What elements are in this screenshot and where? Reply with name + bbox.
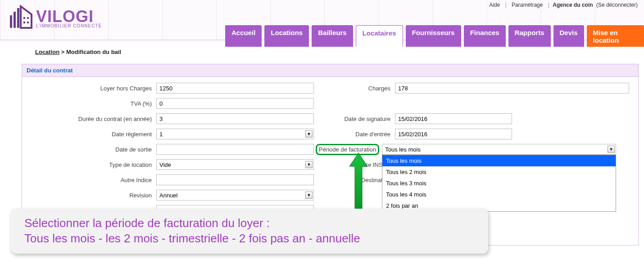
date-reglement-select[interactable]: 1 ▼ bbox=[156, 129, 314, 139]
svg-rect-5 bbox=[23, 22, 25, 23]
separator: | bbox=[505, 2, 507, 8]
date-sortie-label: Date de sortie bbox=[27, 146, 156, 153]
periode-label: Période de facturation bbox=[319, 146, 376, 153]
tab-locataires[interactable]: Locataires bbox=[356, 25, 403, 47]
type-location-value: Vide bbox=[159, 161, 171, 168]
duree-label: Durée du contrat (en année) bbox=[27, 116, 156, 122]
tab-fournisseurs[interactable]: Fournisseurs bbox=[406, 25, 461, 47]
type-location-select[interactable]: Vide ▼ bbox=[156, 159, 314, 170]
tab-devis[interactable]: Devis bbox=[553, 25, 584, 47]
revision-value: Annuel bbox=[159, 192, 177, 199]
date-entree-input[interactable] bbox=[395, 129, 512, 139]
type-location-label: Type de location bbox=[27, 161, 156, 168]
svg-rect-3 bbox=[23, 17, 25, 19]
tab-bailleurs[interactable]: Bailleurs bbox=[312, 25, 353, 47]
duree-input[interactable] bbox=[156, 113, 314, 124]
periode-highlight: Période de facturation bbox=[316, 144, 379, 155]
instruction-line1: Sélectionner la période de facturation d… bbox=[24, 216, 475, 231]
revision-select[interactable]: Annuel ▼ bbox=[156, 190, 314, 201]
periode-option[interactable]: Tous les 2 mois bbox=[382, 166, 616, 178]
date-entree-label: Date d'entrée bbox=[316, 131, 395, 138]
breadcrumb-sep: > bbox=[61, 49, 65, 55]
autre-indice-label: Autre Indice bbox=[27, 177, 156, 183]
instruction-callout: Sélectionner la période de facturation d… bbox=[11, 209, 488, 254]
chevron-down-icon: ▼ bbox=[305, 161, 313, 168]
loyer-label: Loyer hors Charges bbox=[27, 85, 156, 92]
periode-option[interactable]: Tous les 3 mois bbox=[382, 178, 616, 189]
logo-tagline: L'IMMOBILIER CONNECTÉ bbox=[36, 23, 102, 28]
tab-rapports[interactable]: Rapports bbox=[508, 25, 551, 47]
tva-label: TVA (%) bbox=[27, 100, 156, 107]
loyer-input[interactable] bbox=[156, 83, 314, 94]
charges-label: Charges bbox=[316, 85, 395, 92]
breadcrumb: Location > Modification du bail bbox=[35, 49, 121, 55]
breadcrumb-current: Modification du bail bbox=[66, 49, 121, 55]
periode-select[interactable]: Tous les mois ▼ bbox=[382, 144, 616, 155]
topbar: Aide | Paramétrage | Agence du coin (Se … bbox=[487, 2, 639, 8]
tab-locations[interactable]: Locations bbox=[264, 25, 309, 47]
tva-input[interactable] bbox=[156, 98, 314, 109]
date-signature-label: Date de signature bbox=[316, 116, 395, 122]
logo: VILOGI L'IMMOBILIER CONNECTÉ bbox=[6, 4, 102, 32]
instruction-line2: Tous les mois - les 2 mois - trimestriel… bbox=[24, 231, 475, 246]
panel-title: Détail du contrat bbox=[22, 64, 638, 77]
svg-rect-4 bbox=[27, 17, 29, 19]
autre-indice-input[interactable] bbox=[156, 174, 314, 185]
periode-option[interactable]: Tous les mois bbox=[382, 155, 616, 166]
logout-link[interactable]: (Se déconnecter) bbox=[596, 2, 638, 8]
agency-name: Agence du coin bbox=[553, 2, 593, 8]
date-sortie-input[interactable] bbox=[156, 144, 314, 155]
periode-dropdown: Tous les mois Tous les 2 mois Tous les 3… bbox=[382, 155, 616, 212]
chevron-down-icon: ▼ bbox=[305, 192, 313, 199]
settings-link[interactable]: Paramétrage bbox=[512, 2, 543, 8]
svg-rect-2 bbox=[17, 8, 19, 28]
separator: | bbox=[548, 2, 549, 8]
chevron-down-icon: ▼ bbox=[608, 146, 615, 153]
help-link[interactable]: Aide bbox=[489, 2, 500, 8]
date-reglement-value: 1 bbox=[159, 131, 163, 138]
date-signature-input[interactable] bbox=[395, 113, 512, 124]
periode-value: Tous les mois bbox=[385, 146, 421, 153]
svg-rect-6 bbox=[27, 22, 29, 23]
svg-rect-0 bbox=[10, 15, 12, 28]
revision-label: Revision bbox=[27, 192, 156, 199]
breadcrumb-location[interactable]: Location bbox=[35, 49, 59, 55]
main-nav: Accueil Locations Bailleurs Locataires F… bbox=[225, 25, 644, 47]
periode-option[interactable]: Tous les 4 mois bbox=[382, 189, 616, 200]
building-icon bbox=[6, 4, 33, 32]
date-reglement-label: Date règlement bbox=[27, 131, 156, 138]
tab-finances[interactable]: Finances bbox=[464, 25, 506, 47]
chevron-down-icon: ▼ bbox=[305, 130, 313, 138]
svg-rect-1 bbox=[14, 12, 16, 28]
charges-input[interactable] bbox=[395, 83, 629, 94]
tab-mise-en-location[interactable]: Mise en location bbox=[587, 25, 644, 47]
tab-accueil[interactable]: Accueil bbox=[225, 25, 262, 47]
